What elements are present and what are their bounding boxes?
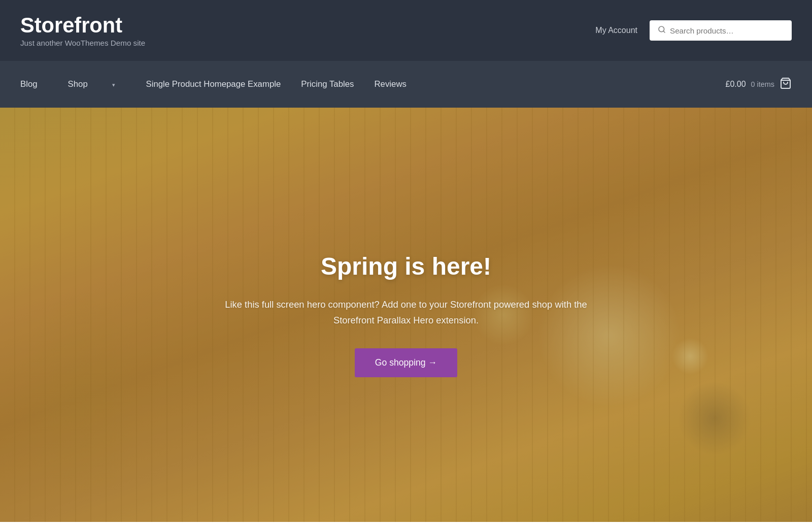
hero-description: Like this full screen hero component? Ad… — [223, 297, 589, 328]
brand-subtitle: Just another WooThemes Demo site — [20, 39, 145, 47]
shop-chevron-down-icon: ▾ — [102, 73, 125, 97]
search-input[interactable] — [670, 26, 784, 35]
nav-item-single-product[interactable]: Single Product Homepage Example — [136, 70, 291, 98]
cart-price: £0.00 — [726, 80, 746, 89]
svg-line-1 — [663, 31, 665, 32]
hero-content: Spring is here! Like this full screen he… — [203, 252, 609, 378]
nav-pricing-tables-link[interactable]: Pricing Tables — [291, 70, 364, 98]
hero-section: Spring is here! Like this full screen he… — [0, 108, 812, 522]
nav-single-product-link[interactable]: Single Product Homepage Example — [136, 70, 291, 98]
top-bar: Storefront Just another WooThemes Demo s… — [0, 0, 812, 61]
cart-icon — [780, 77, 792, 92]
my-account-link[interactable]: My Account — [595, 26, 637, 35]
brand-title: Storefront — [20, 14, 145, 37]
nav-item-blog[interactable]: Blog — [20, 70, 48, 98]
top-right: My Account — [595, 20, 792, 41]
hero-title: Spring is here! — [223, 252, 589, 280]
nav-links: Blog Shop ▾ Single Product Homepage Exam… — [20, 61, 417, 108]
nav-bar: Blog Shop ▾ Single Product Homepage Exam… — [0, 61, 812, 108]
nav-item-shop[interactable]: Shop ▾ — [48, 61, 136, 108]
nav-blog-link[interactable]: Blog — [20, 70, 48, 98]
cart-count: 0 items — [751, 80, 774, 88]
cart-area[interactable]: £0.00 0 items — [726, 77, 792, 92]
search-box — [650, 20, 792, 41]
search-icon — [658, 25, 666, 36]
nav-item-reviews[interactable]: Reviews — [364, 70, 417, 98]
nav-reviews-link[interactable]: Reviews — [364, 70, 417, 98]
go-shopping-button[interactable]: Go shopping → — [355, 348, 457, 377]
nav-item-pricing-tables[interactable]: Pricing Tables — [291, 70, 364, 98]
brand: Storefront Just another WooThemes Demo s… — [20, 14, 145, 48]
nav-shop-link[interactable]: Shop — [58, 70, 98, 98]
